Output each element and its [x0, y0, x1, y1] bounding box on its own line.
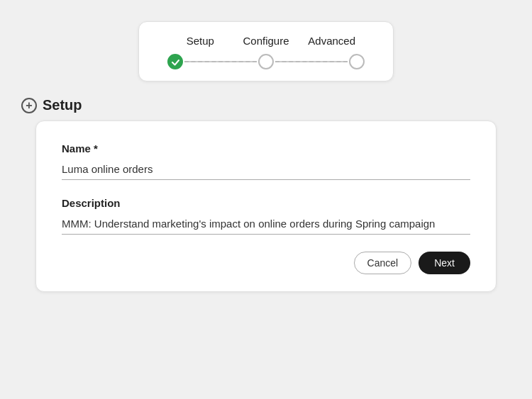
step-label-setup: Setup [167, 35, 233, 47]
step-circle-setup [167, 54, 183, 69]
description-field-group: Description [62, 197, 470, 235]
step-line-1 [184, 61, 257, 62]
form-card: Name * Description Cancel Next [35, 120, 497, 292]
name-field-group: Name * [62, 142, 470, 180]
step-circle-configure [258, 54, 274, 69]
stepper-labels: Setup Configure Advanced [167, 35, 365, 47]
section-title: Setup [43, 97, 82, 113]
description-input[interactable] [62, 215, 470, 235]
setup-icon: + [21, 98, 37, 113]
step-line-2 [275, 61, 348, 62]
step-label-advanced: Advanced [299, 35, 365, 47]
name-label: Name * [62, 142, 470, 154]
stepper-card: Setup Configure Advanced [138, 21, 394, 82]
name-input[interactable] [62, 160, 470, 180]
stepper-track [167, 54, 365, 69]
cancel-button[interactable]: Cancel [354, 252, 412, 274]
button-row: Cancel Next [62, 252, 470, 274]
step-circle-advanced [349, 54, 365, 69]
step-label-configure: Configure [233, 35, 299, 47]
next-button[interactable]: Next [419, 252, 470, 274]
section-header: + Setup [14, 97, 475, 113]
description-label: Description [62, 197, 470, 209]
